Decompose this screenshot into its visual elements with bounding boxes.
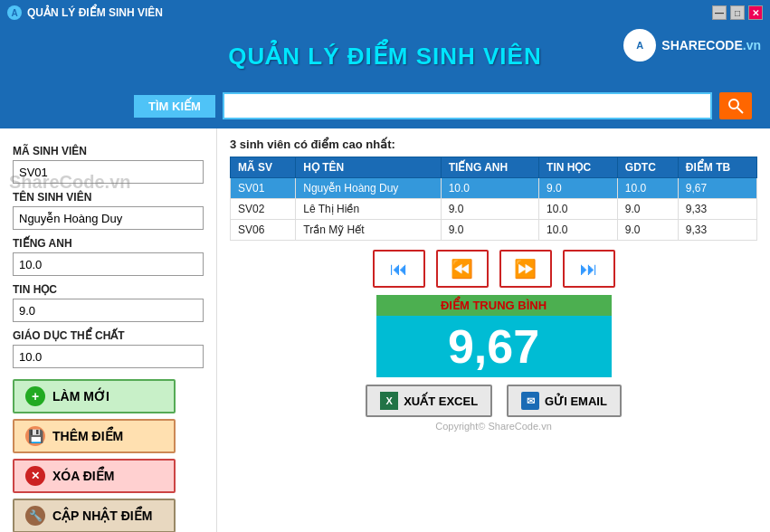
title-bar-controls[interactable]: — □ ✕ <box>712 5 763 20</box>
col-diem-tb: ĐIỂM TB <box>678 157 756 178</box>
sharecode-name: SHARECODE.vn <box>661 38 761 52</box>
sharecode-logo-area: A SHARECODE.vn <box>614 25 770 65</box>
cap-nhat-label: CẬP NHẬT ĐIỂM <box>52 508 152 523</box>
title-bar-text: QUẢN LÝ ĐIỂM SINH VIÊN <box>27 6 163 19</box>
right-panel: 3 sinh viên có điểm cao nhất: MÃ SV HỌ T… <box>217 128 770 532</box>
nav-buttons: ⏮ ⏪ ⏩ ⏭ <box>230 250 757 288</box>
label-ten-sv: TÊN SINH VIÊN <box>13 191 204 204</box>
them-diem-label: THÊM ĐIỂM <box>52 429 123 443</box>
xuat-excel-label: XUẤT EXCEL <box>404 394 478 408</box>
first-button[interactable]: ⏮ <box>373 250 425 288</box>
cell-gdtc: 10.0 <box>617 178 678 199</box>
cell-hoten: Nguyễn Hoàng Duy <box>296 178 441 199</box>
bottom-buttons: X XUẤT EXCEL ✉ GỬI EMAIL <box>230 385 757 417</box>
gui-email-button[interactable]: ✉ GỬI EMAIL <box>507 385 622 417</box>
avg-label: ĐIỂM TRUNG BÌNH <box>376 295 612 316</box>
lam-moi-icon: + <box>25 386 45 406</box>
xoa-diem-icon: ✕ <box>25 466 45 486</box>
label-ma-sv: MÃ SINH VIÊN <box>13 145 204 157</box>
svg-line-1 <box>737 108 743 113</box>
avg-display: ĐIỂM TRUNG BÌNH 9,67 <box>376 295 612 377</box>
last-icon: ⏭ <box>580 259 598 280</box>
table-title: 3 sinh viên có điểm cao nhất: <box>230 138 757 151</box>
next-button[interactable]: ⏩ <box>499 250 552 288</box>
data-table: MÃ SV HỌ TÊN TIẾNG ANH TIN HỌC GDTC ĐIỂM… <box>230 157 757 241</box>
cell-diem-tb: 9,33 <box>678 220 756 241</box>
excel-icon: X <box>380 392 398 410</box>
cell-tin-hoc: 9.0 <box>539 178 618 199</box>
cell-tin-hoc: 10.0 <box>539 199 618 220</box>
copyright: Copyright© ShareCode.vn <box>230 421 757 432</box>
action-buttons: + LÀM MỚI 💾 THÊM ĐIỂM ✕ XÓA ĐIỂM 🔧 CẬP N… <box>13 379 204 532</box>
cell-tieng-anh: 10.0 <box>441 178 538 199</box>
cell-diem-tb: 9,67 <box>678 178 756 199</box>
email-icon: ✉ <box>521 392 539 410</box>
input-tin-hoc[interactable] <box>13 299 204 322</box>
cell-tieng-anh: 9.0 <box>441 199 538 220</box>
col-masv: MÃ SV <box>231 157 296 178</box>
app-icon: A <box>7 5 22 20</box>
sharecode-circle-logo: A <box>623 29 656 62</box>
col-tin-hoc: TIN HỌC <box>539 157 618 178</box>
lam-moi-label: LÀM MỚI <box>52 389 109 404</box>
xuat-excel-button[interactable]: X XUẤT EXCEL <box>366 385 492 417</box>
prev-button[interactable]: ⏪ <box>436 250 489 288</box>
them-diem-button[interactable]: 💾 THÊM ĐIỂM <box>13 419 176 453</box>
search-label: TÌM KIẾM <box>134 95 215 118</box>
table-row[interactable]: SV01 Nguyễn Hoàng Duy 10.0 9.0 10.0 9,67 <box>231 178 757 199</box>
col-hoten: HỌ TÊN <box>296 157 441 178</box>
cell-masv: SV01 <box>231 178 296 199</box>
cap-nhat-button[interactable]: 🔧 CẬP NHẬT ĐIỂM <box>13 499 176 532</box>
cell-masv: SV06 <box>231 220 296 241</box>
input-ma-sv[interactable] <box>13 160 204 184</box>
cell-tin-hoc: 10.0 <box>539 220 618 241</box>
lam-moi-button[interactable]: + LÀM MỚI <box>13 379 176 413</box>
left-panel: MÃ SINH VIÊN TÊN SINH VIÊN ShareCode.vn … <box>0 128 217 532</box>
close-button[interactable]: ✕ <box>748 5 763 20</box>
gui-email-label: GỬI EMAIL <box>545 394 607 408</box>
xoa-diem-button[interactable]: ✕ XÓA ĐIỂM <box>13 459 176 493</box>
col-tieng-anh: TIẾNG ANH <box>441 157 538 178</box>
search-button[interactable] <box>719 92 752 119</box>
cell-tieng-anh: 9.0 <box>441 220 538 241</box>
next-icon: ⏩ <box>514 258 537 280</box>
maximize-button[interactable]: □ <box>730 5 745 20</box>
main-title: QUẢN LÝ ĐIỂM SINH VIÊN <box>228 43 541 71</box>
input-ten-sv[interactable] <box>13 206 204 230</box>
cell-hoten: Lê Thị Hiền <box>296 199 441 220</box>
cap-nhat-icon: 🔧 <box>25 506 45 526</box>
table-row[interactable]: SV06 Trần Mỹ Hết 9.0 10.0 9.0 9,33 <box>231 220 757 241</box>
sharecode-brand: SHARECODE.vn <box>661 38 761 52</box>
label-tin-hoc: TIN HỌC <box>13 283 204 296</box>
last-button[interactable]: ⏭ <box>563 250 615 288</box>
label-tieng-anh: TIẾNG ANH <box>13 237 204 250</box>
minimize-button[interactable]: — <box>712 5 727 20</box>
cell-gdtc: 9.0 <box>617 220 678 241</box>
content-area: MÃ SINH VIÊN TÊN SINH VIÊN ShareCode.vn … <box>0 128 770 532</box>
prev-icon: ⏪ <box>451 258 473 280</box>
avg-value: 9,67 <box>448 316 539 377</box>
search-icon <box>727 98 744 114</box>
xoa-diem-label: XÓA ĐIỂM <box>52 469 114 483</box>
title-bar: A QUẢN LÝ ĐIỂM SINH VIÊN — □ ✕ <box>0 0 770 25</box>
label-gdtc: GIÁO DỤC THỂ CHẤT <box>13 329 204 342</box>
table-row[interactable]: SV02 Lê Thị Hiền 9.0 10.0 9.0 9,33 <box>231 199 757 220</box>
input-tieng-anh[interactable] <box>13 252 204 276</box>
first-icon: ⏮ <box>390 259 408 280</box>
title-bar-left: A QUẢN LÝ ĐIỂM SINH VIÊN <box>7 5 163 20</box>
cell-hoten: Trần Mỹ Hết <box>296 220 441 241</box>
cell-masv: SV02 <box>231 199 296 220</box>
search-input[interactable] <box>223 92 712 119</box>
search-bar: TÌM KIẾM <box>0 87 770 128</box>
cell-gdtc: 9.0 <box>617 199 678 220</box>
svg-point-0 <box>729 100 738 109</box>
them-diem-icon: 💾 <box>25 426 45 446</box>
cell-diem-tb: 9,33 <box>678 199 756 220</box>
col-gdtc: GDTC <box>617 157 678 178</box>
input-gdtc[interactable] <box>13 345 204 368</box>
